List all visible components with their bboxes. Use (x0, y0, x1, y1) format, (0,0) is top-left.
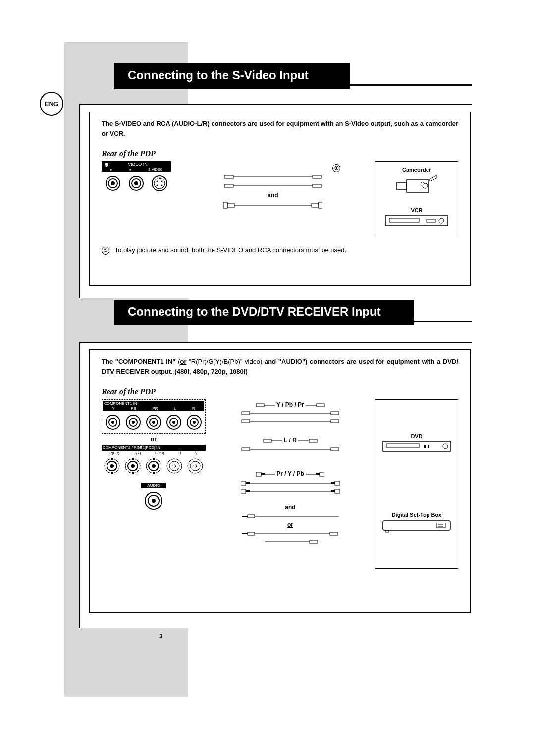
svg-point-41 (152, 421, 155, 424)
svg-rect-118 (428, 445, 429, 448)
prypb-label: Pr / Y / Pb (220, 470, 360, 478)
settop-icon (382, 518, 451, 533)
ypbpr-label: Y / Pb / Pr (220, 401, 360, 408)
section1-footnote: ① To play picture and sound, both the S-… (102, 246, 458, 255)
rca-cable-icon (223, 173, 322, 181)
footnote-marker: ① (102, 247, 109, 255)
svg-rect-81 (331, 420, 339, 423)
audio-cable-icon (241, 513, 340, 520)
svg-rect-13 (224, 175, 233, 178)
svg-point-5 (134, 181, 138, 185)
svg-rect-98 (331, 482, 335, 484)
section2-devices-box: DVD Digital Set-Top Box (375, 399, 458, 569)
svg-rect-62 (153, 472, 155, 474)
svg-rect-12 (159, 178, 160, 179)
lr-label: L / R (220, 437, 360, 444)
svg-rect-109 (248, 532, 255, 535)
section1-underline (114, 84, 472, 86)
svg-rect-103 (331, 490, 335, 492)
svg-rect-16 (224, 184, 233, 187)
svg-rect-95 (241, 481, 246, 485)
intro-p1: The "COMPONENT1 IN" (102, 358, 178, 365)
section1-title: Connecting to the S-Video Input (128, 68, 309, 82)
svg-point-9 (161, 181, 162, 182)
component2-header: COMPONENT2 / RGB2(PC2) IN (102, 445, 206, 450)
svg-rect-101 (246, 490, 250, 492)
svg-point-68 (194, 465, 197, 467)
bnc-port-icon (187, 456, 204, 476)
audio-cable-icon (241, 530, 340, 537)
rca-cable-icon (241, 410, 340, 417)
svg-rect-18 (313, 184, 321, 187)
rca-l-icon (105, 173, 121, 194)
dvd-label: DVD (379, 433, 454, 439)
svg-rect-85 (309, 439, 317, 442)
component2-ports (102, 455, 206, 476)
component1-ports (103, 411, 204, 432)
svg-rect-79 (242, 420, 250, 423)
section1-cables: ① and (191, 161, 355, 211)
svg-rect-78 (331, 412, 339, 415)
footnote-text: To play picture and sound, both the S-VI… (115, 246, 347, 254)
manual-page: ENG Connecting to the S-Video Input The … (0, 0, 535, 756)
svg-point-10 (156, 185, 158, 186)
video-in-header: L VIDEO IN (102, 161, 171, 167)
dvd-group: DVD (379, 433, 454, 454)
component2-panel: COMPONENT2 / RGB2(PC2) IN R(PR) G(Y) B(P… (102, 445, 206, 476)
page-number: 3 (159, 633, 162, 640)
rca-port-icon (165, 412, 182, 432)
rca-r-icon (128, 173, 145, 194)
stb-label: Digital Set-Top Box (379, 512, 454, 518)
video-in-ports (102, 172, 171, 194)
svg-rect-82 (264, 439, 271, 442)
svg-rect-88 (331, 448, 339, 451)
svg-rect-96 (246, 482, 250, 484)
svg-rect-29 (385, 216, 448, 226)
video-in-sublabels: ● ● S-VIDEO (102, 167, 171, 172)
section1-inner-box: The S-VIDEO and RCA (AUDIO-L/R) connecto… (89, 112, 471, 286)
svg-rect-89 (256, 472, 261, 476)
svg-point-67 (190, 461, 200, 471)
language-badge: ENG (40, 92, 63, 116)
rear-of-pdp-label-1: Rear of the PDP (102, 149, 458, 158)
or-label-panels: or (102, 436, 206, 443)
svg-rect-106 (248, 515, 255, 518)
and-label-1: and (191, 192, 355, 199)
svg-point-2 (111, 181, 115, 185)
rca-cable-icon (241, 446, 340, 453)
component2-port-labels: R(PR) G(Y) B(PB) H V (102, 450, 206, 455)
and-label-2: and (220, 504, 360, 511)
component1-port-labels: Y PB PR L R (103, 406, 204, 411)
svg-point-47 (193, 421, 196, 424)
cable-marker-1: ① (332, 164, 340, 172)
svg-point-44 (172, 421, 175, 424)
rear-of-pdp-label-2: Rear of the PDP (102, 387, 458, 396)
rca-port-icon (105, 412, 121, 432)
dvd-icon (382, 439, 451, 453)
svg-rect-99 (335, 481, 340, 485)
svg-rect-119 (383, 521, 450, 530)
svg-point-11 (161, 185, 162, 186)
section1-diagram-row: L VIDEO IN ● ● S-VIDEO ① (102, 161, 458, 234)
video-in-L: L (102, 162, 127, 167)
svg-rect-24 (407, 180, 429, 192)
svg-point-50 (110, 464, 114, 468)
svg-rect-121 (436, 523, 445, 528)
svg-rect-111 (330, 532, 338, 535)
audio-panel: AUDIO (141, 483, 166, 513)
stb-group: Digital Set-Top Box (379, 512, 454, 534)
bnc-port-icon (124, 456, 141, 476)
svg-point-116 (443, 444, 448, 449)
svg-rect-20 (227, 203, 234, 207)
component-panels-column: COMPONENT1 IN Y PB PR L R (102, 399, 206, 513)
vcr-icon (384, 213, 449, 228)
bnc-port-icon (166, 456, 183, 476)
port-r-label: ● (129, 168, 131, 171)
section1-intro: The S-VIDEO and RCA (AUDIO-L/R) connecto… (102, 119, 458, 138)
port-sv-label: S-VIDEO (148, 168, 162, 171)
section1-devices-box: Camcorder VCR (375, 161, 458, 234)
svg-rect-30 (389, 218, 419, 222)
svg-rect-94 (320, 472, 324, 476)
section2-diagram-row: COMPONENT1 IN Y PB PR L R (102, 399, 458, 569)
audio-cable-icon (265, 538, 364, 545)
